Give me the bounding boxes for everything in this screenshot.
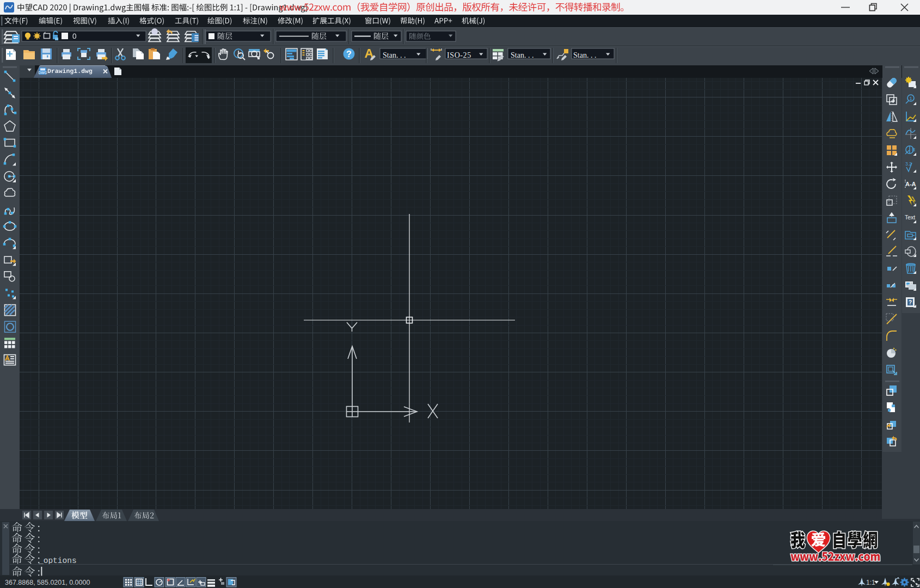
svg-text:A-A: A-A: [905, 181, 916, 187]
svg-text:Text: Text: [905, 214, 915, 220]
svg-text:Stan. . .: Stan. . .: [383, 51, 406, 59]
svg-text:DWG: DWG: [39, 71, 47, 75]
svg-text:Stan. . .: Stan. . .: [511, 51, 533, 59]
svg-text:R: R: [912, 147, 916, 152]
svg-text:1:1: 1:1: [866, 579, 875, 586]
svg-text:367.8868, 585.0201, 0.0000: 367.8868, 585.0201, 0.0000: [5, 579, 90, 586]
svg-text:?: ?: [346, 50, 352, 59]
svg-text:Stan. . .: Stan. . .: [573, 51, 596, 59]
svg-text:_options: _options: [38, 556, 77, 565]
svg-text:?: ?: [909, 299, 912, 305]
svg-text:ISO-25: ISO-25: [447, 51, 471, 59]
svg-text:1: 1: [909, 96, 912, 101]
